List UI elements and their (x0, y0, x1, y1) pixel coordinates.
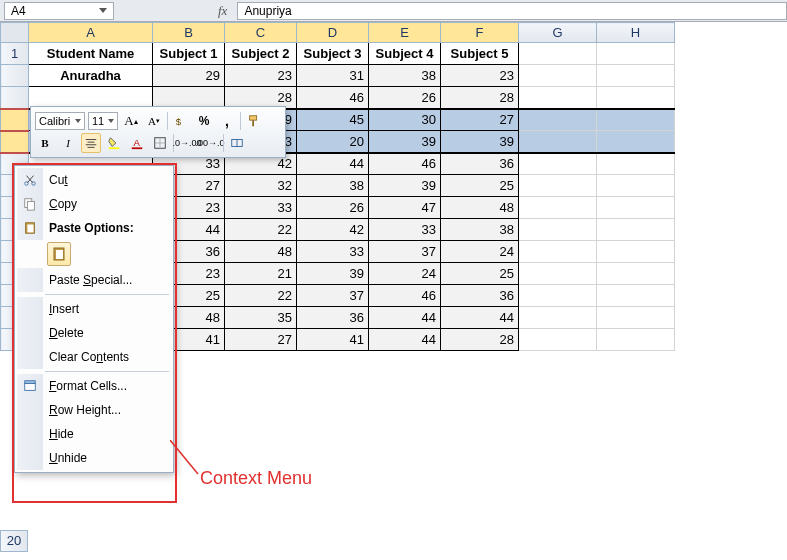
grow-font-button[interactable]: A▴ (121, 111, 141, 131)
font-size-selector[interactable]: 11 (88, 112, 118, 130)
cell[interactable]: 46 (369, 153, 441, 175)
cm-unhide[interactable]: Unhide (17, 446, 171, 470)
borders-button[interactable] (150, 133, 170, 153)
cell[interactable]: 42 (297, 219, 369, 241)
center-align-button[interactable] (81, 133, 101, 153)
cm-clear-contents[interactable]: Clear Contents (17, 345, 171, 369)
cm-copy[interactable]: Copy (17, 192, 171, 216)
cell[interactable]: 31 (297, 65, 369, 87)
cell[interactable]: 33 (297, 241, 369, 263)
cell[interactable] (519, 285, 597, 307)
cell[interactable]: 33 (225, 197, 297, 219)
cell[interactable]: 36 (441, 285, 519, 307)
comma-format-button[interactable]: , (217, 111, 237, 131)
cell[interactable]: Subject 2 (225, 43, 297, 65)
cell[interactable]: 44 (369, 307, 441, 329)
cell[interactable] (597, 65, 675, 87)
cell[interactable]: 48 (441, 197, 519, 219)
cm-hide[interactable]: Hide (17, 422, 171, 446)
col-header-D[interactable]: D (297, 23, 369, 43)
row-header[interactable] (1, 131, 29, 153)
cell[interactable] (597, 87, 675, 109)
col-header-G[interactable]: G (519, 23, 597, 43)
formula-input[interactable]: Anupriya (237, 2, 787, 20)
cell[interactable]: 29 (153, 65, 225, 87)
cell[interactable] (519, 197, 597, 219)
cell[interactable] (519, 175, 597, 197)
cell[interactable] (597, 329, 675, 351)
cell[interactable]: 36 (297, 307, 369, 329)
cell[interactable]: 20 (297, 131, 369, 153)
cell[interactable] (519, 307, 597, 329)
col-header-H[interactable]: H (597, 23, 675, 43)
shrink-font-button[interactable]: A▾ (144, 111, 164, 131)
cm-delete[interactable]: Delete (17, 321, 171, 345)
cell[interactable]: 33 (369, 219, 441, 241)
cell[interactable]: 39 (369, 131, 441, 153)
cell[interactable] (519, 153, 597, 175)
cell[interactable] (519, 109, 597, 131)
decrease-decimal-button[interactable]: .00→.0 (200, 133, 220, 153)
cell[interactable]: 37 (369, 241, 441, 263)
cell[interactable] (597, 285, 675, 307)
cell[interactable]: 23 (225, 65, 297, 87)
cm-paste-special[interactable]: Paste Special... (17, 268, 171, 292)
cell[interactable] (597, 43, 675, 65)
cell[interactable]: 23 (441, 65, 519, 87)
col-header-F[interactable]: F (441, 23, 519, 43)
row-header[interactable]: 1 (1, 43, 29, 65)
cell[interactable] (519, 87, 597, 109)
cm-paste-default[interactable] (17, 240, 171, 268)
cell[interactable]: 44 (369, 329, 441, 351)
cell[interactable]: 38 (369, 65, 441, 87)
cell[interactable] (597, 197, 675, 219)
cell[interactable]: 38 (297, 175, 369, 197)
cell[interactable] (519, 219, 597, 241)
cell[interactable]: 32 (225, 175, 297, 197)
fill-color-button[interactable] (104, 133, 124, 153)
cell[interactable] (519, 131, 597, 153)
cell[interactable]: 37 (297, 285, 369, 307)
font-selector[interactable]: Calibri (35, 112, 85, 130)
cell[interactable] (597, 241, 675, 263)
cell[interactable]: 41 (297, 329, 369, 351)
cell[interactable]: 28 (441, 329, 519, 351)
format-painter-button[interactable] (244, 111, 264, 131)
cell[interactable]: 44 (441, 307, 519, 329)
cell[interactable] (597, 307, 675, 329)
select-all-corner[interactable] (1, 23, 29, 43)
cell[interactable]: 26 (297, 197, 369, 219)
cell[interactable]: 24 (369, 263, 441, 285)
cell[interactable]: 24 (441, 241, 519, 263)
row-header[interactable] (1, 65, 29, 87)
cell[interactable] (597, 131, 675, 153)
cell[interactable]: 47 (369, 197, 441, 219)
cell[interactable]: 25 (441, 175, 519, 197)
cm-row-height[interactable]: Row Height... (17, 398, 171, 422)
cell[interactable]: 48 (225, 241, 297, 263)
cm-format-cells[interactable]: Format Cells... (17, 374, 171, 398)
cell[interactable]: 27 (225, 329, 297, 351)
cell[interactable]: Subject 5 (441, 43, 519, 65)
cell[interactable]: 45 (297, 109, 369, 131)
cell[interactable]: 46 (297, 87, 369, 109)
col-header-B[interactable]: B (153, 23, 225, 43)
increase-decimal-button[interactable]: .0→.00 (177, 133, 197, 153)
bold-button[interactable]: B (35, 133, 55, 153)
name-box-dropdown-icon[interactable] (99, 8, 107, 13)
cell[interactable] (597, 153, 675, 175)
col-header-A[interactable]: A (29, 23, 153, 43)
cell[interactable]: Subject 1 (153, 43, 225, 65)
cell[interactable]: 28 (441, 87, 519, 109)
cell[interactable]: 39 (297, 263, 369, 285)
merge-button[interactable] (227, 133, 247, 153)
name-box[interactable]: A4 (4, 2, 114, 20)
cell[interactable]: 21 (225, 263, 297, 285)
cell[interactable]: 30 (369, 109, 441, 131)
cell[interactable]: 39 (441, 131, 519, 153)
row-header-20[interactable]: 20 (0, 530, 28, 552)
cm-cut[interactable]: Cut (17, 168, 171, 192)
cell[interactable]: 22 (225, 219, 297, 241)
cell[interactable]: Student Name (29, 43, 153, 65)
cell[interactable]: 46 (369, 285, 441, 307)
